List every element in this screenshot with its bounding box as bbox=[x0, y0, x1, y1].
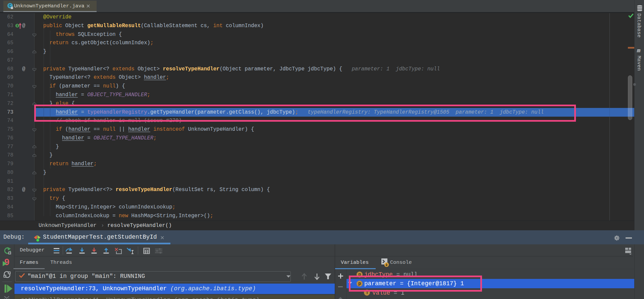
svg-text:9: 9 bbox=[4, 257, 9, 267]
